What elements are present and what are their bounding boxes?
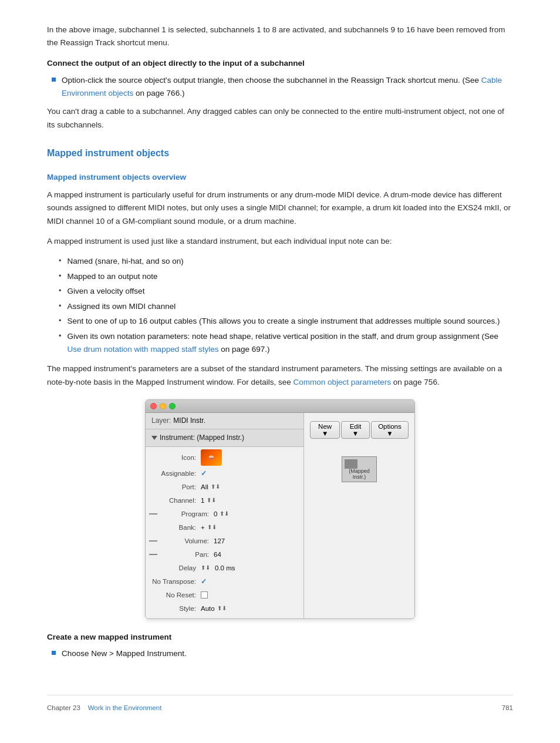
- channel-select-arrow[interactable]: ⬆⬇: [207, 496, 216, 505]
- options-button[interactable]: Options ▼: [371, 421, 409, 439]
- list-item: • Named (snare, hi-hat, and so on): [59, 255, 513, 268]
- icon-row: Icon: 🥁: [149, 449, 300, 466]
- traffic-lights: [150, 403, 176, 409]
- new-button[interactable]: New ▼: [310, 421, 340, 439]
- channel-row: Channel: 1 ⬆⬇: [149, 495, 300, 506]
- list-item: • Given a velocity offset: [59, 285, 513, 298]
- window-content: Layer: MIDI Instr. Instrument: (Mapped I…: [146, 413, 414, 618]
- triangle-icon: [151, 436, 157, 440]
- list-text-2: Mapped to an output note: [68, 270, 158, 283]
- delay-select-arrow: ⬆⬇ 0.0 ms: [201, 563, 235, 573]
- footer-chapter-link[interactable]: Work in the Environment: [88, 704, 162, 711]
- overview-para2: A mapped instrument is used just like a …: [47, 235, 513, 248]
- list-text-3: Given a velocity offset: [68, 285, 145, 298]
- page-footer: Chapter 23 Work in the Environment 781: [47, 695, 513, 713]
- mapped-staff-styles-link[interactable]: Use drum notation with mapped staff styl…: [68, 345, 219, 354]
- list-dot-1: •: [59, 255, 62, 267]
- footer-page-number: 781: [502, 702, 513, 713]
- right-panel: New ▼ Edit ▼ Options ▼ (Mapped Instr.): [304, 413, 414, 618]
- style-label: Style:: [149, 603, 196, 614]
- form-rows: Icon: 🥁 Assignable: ✓ Port:: [146, 447, 303, 618]
- pan-row: Pan: 64: [149, 549, 300, 560]
- delay-value: 0.0 ms: [215, 563, 235, 573]
- icon-label: Icon:: [149, 452, 196, 463]
- maximize-button[interactable]: [169, 403, 176, 409]
- intro-paragraph: In the above image, subchannel 1 is sele…: [47, 23, 513, 50]
- no-transpose-value[interactable]: ✓: [201, 576, 207, 587]
- mapped-instr-icon-container: (Mapped Instr.): [342, 456, 377, 482]
- instrument-header: Instrument: (Mapped Instr.): [146, 429, 303, 447]
- list-item: • Given its own notation parameters: not…: [59, 330, 513, 355]
- list-text-6: Given its own notation parameters: note …: [68, 330, 513, 355]
- bank-label: Bank:: [149, 522, 196, 533]
- top-buttons: New ▼ Edit ▼ Options ▼: [310, 421, 409, 439]
- program-row: Program: 0 ⬆⬇: [149, 508, 300, 520]
- bank-row: Bank: + ⬆⬇: [149, 522, 300, 533]
- program-value: 0 ⬆⬇: [214, 509, 229, 519]
- port-value: All ⬆⬇: [201, 482, 220, 492]
- volume-value: 127: [214, 536, 225, 546]
- list-item: • Assigned its own MIDI channel: [59, 300, 513, 313]
- layer-row: Layer: MIDI Instr.: [146, 413, 303, 429]
- volume-row: Volume: 127: [149, 535, 300, 547]
- program-separator: [149, 513, 157, 515]
- no-reset-label: No Reset:: [149, 590, 196, 600]
- create-heading: Create a new mapped instrument: [47, 631, 513, 644]
- minimize-button[interactable]: [160, 403, 166, 409]
- no-transpose-label: No Transpose:: [149, 576, 196, 587]
- list-dot-3: •: [59, 285, 62, 297]
- delay-row: Delay ⬆⬇ 0.0 ms: [149, 562, 300, 574]
- style-row: Style: Auto ⬆⬇: [149, 603, 300, 614]
- connect-heading: Connect the output of an object directly…: [47, 57, 513, 70]
- mapped-instr-icon: (Mapped Instr.): [342, 456, 377, 482]
- port-label: Port:: [149, 482, 196, 492]
- list-item: • Mapped to an output note: [59, 270, 513, 283]
- pan-separator: [149, 554, 157, 555]
- list-item: • Sent to one of up to 16 output cables …: [59, 315, 513, 328]
- overview-para3: The mapped instrument's parameters are a…: [47, 362, 513, 389]
- list-text-5: Sent to one of up to 16 output cables (T…: [68, 315, 500, 328]
- channel-value: 1 ⬆⬇: [201, 495, 216, 506]
- list-dot-6: •: [59, 330, 62, 342]
- window-titlebar: [146, 400, 414, 413]
- icon-inner: [345, 459, 357, 469]
- pan-value: 64: [214, 549, 221, 560]
- create-bullet-square: [52, 651, 56, 655]
- list-dot-2: •: [59, 270, 62, 283]
- assignable-row: Assignable: ✓: [149, 468, 300, 479]
- port-select-arrow[interactable]: ⬆⬇: [211, 482, 220, 492]
- no-transpose-row: No Transpose: ✓: [149, 576, 300, 587]
- left-panel: Layer: MIDI Instr. Instrument: (Mapped I…: [146, 413, 304, 618]
- bullet-square-icon: [52, 78, 56, 82]
- create-bullet-item: Choose New > Mapped Instrument.: [47, 647, 513, 660]
- bullet-list: • Named (snare, hi-hat, and so on) • Map…: [59, 255, 513, 355]
- edit-button[interactable]: Edit ▼: [341, 421, 370, 439]
- program-label: Program:: [162, 509, 209, 519]
- assignable-value[interactable]: ✓: [201, 468, 207, 479]
- channel-label: Channel:: [149, 495, 196, 506]
- create-bullet-text: Choose New > Mapped Instrument.: [62, 647, 187, 660]
- list-dot-4: •: [59, 300, 62, 312]
- layer-value: MIDI Instr.: [173, 415, 205, 426]
- list-dot-5: •: [59, 315, 62, 327]
- common-object-params-link[interactable]: Common object parameters: [293, 378, 391, 386]
- no-reset-row: No Reset:: [149, 589, 300, 601]
- footer-chapter: Chapter 23 Work in the Environment: [47, 702, 161, 713]
- instrument-icon: 🥁: [201, 449, 222, 466]
- volume-separator: [149, 540, 157, 542]
- mapped-instr-label: (Mapped Instr.): [342, 469, 376, 482]
- mapped-instrument-window: Layer: MIDI Instr. Instrument: (Mapped I…: [145, 399, 415, 619]
- assignable-label: Assignable:: [149, 468, 196, 479]
- close-button[interactable]: [150, 403, 157, 409]
- instrument-header-text: Instrument: (Mapped Instr.): [160, 432, 244, 443]
- no-reset-checkbox[interactable]: [201, 591, 208, 599]
- volume-label: Volume:: [162, 536, 209, 546]
- style-value: Auto ⬆⬇: [201, 603, 227, 614]
- connect-bullet-text: Option-click the source object's output …: [62, 74, 513, 99]
- bank-select-arrow[interactable]: ⬆⬇: [207, 523, 217, 532]
- program-select-arrow[interactable]: ⬆⬇: [220, 509, 229, 519]
- connect-note: You can't drag a cable to a subchannel. …: [47, 105, 513, 132]
- layer-label: Layer:: [151, 415, 171, 426]
- style-select-arrow[interactable]: ⬆⬇: [217, 604, 227, 613]
- connect-bullet-item: Option-click the source object's output …: [47, 74, 513, 99]
